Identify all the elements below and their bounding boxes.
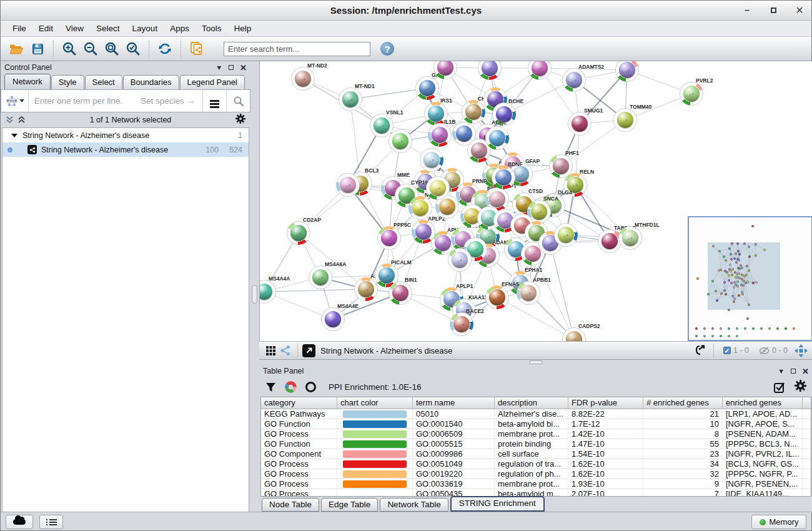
selected-checkbox-icon[interactable]: ✓ <box>723 347 731 354</box>
network-node-MS4A4A[interactable]: MS4A4A <box>259 280 276 304</box>
network-row-selected[interactable]: String Network - Alzheimer's disease 100… <box>2 142 249 157</box>
network-node[interactable] <box>420 148 443 172</box>
panel-float-icon[interactable] <box>229 65 234 70</box>
column-header-term-name[interactable]: term name <box>413 397 495 409</box>
tab-network-table[interactable]: Network Table <box>380 498 448 512</box>
network-options-gear-icon[interactable] <box>235 114 245 126</box>
panel-splitter[interactable] <box>250 61 259 513</box>
network-node[interactable] <box>615 61 639 82</box>
table-panel-close-icon[interactable]: ✕ <box>802 367 809 376</box>
menu-help[interactable]: Help <box>228 22 257 35</box>
column-header--enriched-genes[interactable]: # enriched genes <box>643 397 723 409</box>
network-node-CADPS2[interactable]: CADPS2 <box>562 327 586 341</box>
tab-string-enrichment[interactable]: STRING Enrichment <box>450 496 545 512</box>
network-node-APLP2[interactable]: APLP2 <box>412 220 435 244</box>
network-node-EFNA5[interactable]: EFNA5 <box>485 285 509 309</box>
expand-all-icon[interactable] <box>17 116 26 124</box>
select-all-checkbox-icon[interactable] <box>773 381 786 394</box>
network-node-CHAT[interactable]: CHAT <box>462 100 485 124</box>
search-input[interactable] <box>224 42 370 56</box>
query-placeholder[interactable]: Enter one term per line. <box>29 96 141 106</box>
collapse-all-icon[interactable] <box>6 116 14 124</box>
network-node[interactable] <box>433 61 457 79</box>
collection-row[interactable]: String Network - Alzheimer's disease 1 <box>2 128 249 142</box>
network-node[interactable] <box>426 176 450 200</box>
zoom-out-button[interactable] <box>80 39 101 58</box>
network-node-MS4A6A[interactable]: MS4A6A <box>309 266 332 289</box>
network-node[interactable] <box>478 61 502 80</box>
zoom-in-button[interactable] <box>59 39 80 58</box>
network-overview-button[interactable] <box>278 341 293 360</box>
table-row[interactable]: GO FunctionGO:0005515protein binding1.47… <box>261 439 811 449</box>
set-species-label[interactable]: Set species → <box>141 96 202 106</box>
table-row[interactable]: GO FunctionGO:0001540beta-amyloid bi...1… <box>261 419 811 429</box>
table-row[interactable]: GO ProcessGO:0033619membrane prot...1.93… <box>261 479 811 489</box>
network-node-MT-ND2[interactable]: MT-ND2 <box>291 67 315 91</box>
tab-node-table[interactable]: Node Table <box>262 498 319 512</box>
memory-button[interactable]: Memory <box>751 515 806 529</box>
column-header-category[interactable]: category <box>261 397 337 409</box>
network-node-BIN1[interactable]: BIN1 <box>389 281 412 305</box>
network-node[interactable] <box>485 126 509 150</box>
table-row[interactable]: GO ProcessGO:0019220regulation of ph...1… <box>261 469 811 479</box>
menu-file[interactable]: File <box>7 22 32 35</box>
birds-eye-view[interactable] <box>688 216 812 341</box>
horizontal-splitter-handle[interactable] <box>529 360 543 364</box>
collection-expand-icon[interactable] <box>11 134 17 137</box>
network-node-IL1B[interactable]: IL1B <box>428 123 452 147</box>
network-node-MS4A4E[interactable]: MS4A4E <box>321 307 345 331</box>
menu-edit[interactable]: Edit <box>33 22 59 35</box>
refresh-network-button[interactable] <box>154 39 176 58</box>
network-node[interactable] <box>336 173 360 197</box>
draw-charts-icon[interactable] <box>285 381 297 393</box>
zoom-fit-button[interactable] <box>101 39 122 58</box>
column-header-enriched-genes[interactable]: enriched genes <box>723 397 803 409</box>
splitter-handle[interactable] <box>252 285 257 304</box>
menu-layout[interactable]: Layout <box>127 22 164 35</box>
network-node-SMUG1[interactable]: SMUG1 <box>568 112 592 136</box>
table-row[interactable]: GO ProcessGO:0006509membrane prot...1.42… <box>261 429 811 439</box>
detach-view-button[interactable] <box>302 344 315 357</box>
network-node-PPP5C[interactable]: PPP5C <box>377 226 401 250</box>
task-history-button[interactable] <box>39 515 63 529</box>
network-node[interactable] <box>554 223 578 247</box>
reset-charts-icon[interactable] <box>305 382 316 392</box>
network-node-GAB2[interactable]: GAB2 <box>415 76 439 100</box>
help-button[interactable]: ? <box>380 42 394 56</box>
table-panel-float-icon[interactable] <box>791 369 796 374</box>
network-node[interactable] <box>389 129 412 153</box>
table-row[interactable]: GO ProcessGO:0050435beta-amyloid m...2.0… <box>261 489 811 496</box>
query-options-button[interactable] <box>202 90 226 112</box>
filter-icon[interactable] <box>265 382 276 392</box>
network-node[interactable] <box>448 248 472 272</box>
open-session-button[interactable] <box>6 39 27 58</box>
tab-style[interactable]: Style <box>51 75 84 89</box>
menu-select[interactable]: Select <box>91 22 126 35</box>
export-network-button[interactable] <box>691 341 709 360</box>
tab-select[interactable]: Select <box>85 75 122 89</box>
query-search-button[interactable] <box>226 90 250 112</box>
network-node-BACE2[interactable]: BACE2 <box>450 312 473 336</box>
minimize-button[interactable]: – <box>741 4 753 16</box>
panel-collapse-icon[interactable]: ▼ <box>215 64 222 71</box>
network-node-CD2AP[interactable]: CD2AP <box>287 221 310 245</box>
network-node-PVRL2[interactable]: PVRL2 <box>680 82 703 106</box>
network-node[interactable] <box>528 61 552 80</box>
zoom-selected-button[interactable] <box>122 39 144 58</box>
network-node-BDNF[interactable]: BDNF <box>492 166 515 189</box>
network-node-TOMM40[interactable]: TOMM40 <box>613 108 637 132</box>
tab-boundaries[interactable]: Boundaries <box>123 75 179 89</box>
network-from-file-button[interactable] <box>186 39 207 58</box>
close-button[interactable]: ✕ <box>794 4 805 16</box>
column-header-chart-color[interactable]: chart color <box>337 397 413 409</box>
network-canvas[interactable]: MT-ND2MT-ND1VSNL1GAB2ADAMTS2PVRL2TOMM40S… <box>259 61 812 341</box>
string-protein-query-dropdown[interactable]: STRING <box>1 90 29 112</box>
grid-view-button[interactable] <box>263 341 278 360</box>
enrichment-settings-gear-icon[interactable] <box>795 380 806 394</box>
table-panel-collapse-icon[interactable]: ▼ <box>778 367 785 375</box>
column-header-description[interactable]: description <box>495 397 568 409</box>
save-session-button[interactable] <box>27 39 48 58</box>
maximize-button[interactable] <box>768 4 779 16</box>
cloud-tasks-button[interactable] <box>6 515 33 529</box>
menu-view[interactable]: View <box>60 22 89 35</box>
